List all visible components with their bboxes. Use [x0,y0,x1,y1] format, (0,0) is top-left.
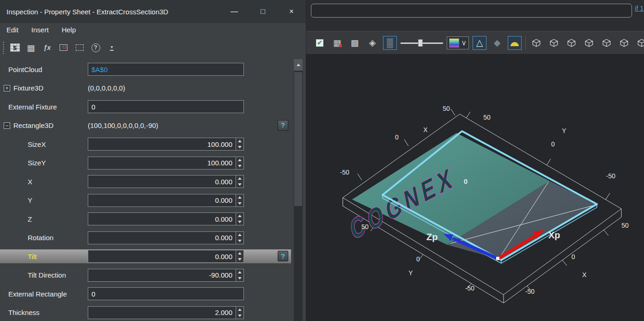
window-titlebar[interactable]: Inspection - Property Sheet - ExtractCro… [0,0,306,23]
tilt-edit-button[interactable]: ? [278,251,288,261]
z-stepper[interactable] [236,213,243,225]
spinner-down-icon[interactable] [236,163,243,169]
property-row-sizex: SizeX 100.000 [0,137,291,151]
grid-results-button[interactable]: ▦ [330,36,344,50]
spinner-up-icon[interactable] [236,232,243,238]
pointcloud-input[interactable]: $A$0 [88,63,244,76]
spinner-down-icon[interactable] [236,182,243,188]
spreadsheet-dollar-button[interactable]: $ [9,42,21,54]
slider-thumb[interactable] [418,39,423,47]
property-label: X [28,178,32,186]
view-cube-6-button[interactable] [617,36,631,50]
snap-grid-button[interactable]: ▩ [348,36,362,50]
z-input[interactable]: 0.000 [88,212,244,225]
spinner-down-icon[interactable] [236,238,243,244]
property-row-fixture3d: + Fixture3D (0,0,0,0,0,0) [0,81,291,95]
table-view-button[interactable]: ▦ [25,42,37,54]
menu-help[interactable]: Help [61,26,76,34]
view-cube-3-button[interactable] [565,36,578,50]
maximize-button[interactable]: □ [249,0,277,23]
surface-view-button[interactable]: ◆ [490,36,504,50]
toolbar-overflow-button[interactable]: ▾ [106,42,118,54]
view-cube-2-button[interactable] [547,36,561,50]
tick-label: -50 [525,288,535,295]
property-sheet-window: Inspection - Property Sheet - ExtractCro… [0,0,306,321]
tilt-input[interactable]: 0.000 [88,250,244,263]
sizey-input[interactable]: 100.000 [88,157,244,170]
tilt-direction-stepper[interactable] [236,269,243,281]
sizex-stepper[interactable] [236,138,243,150]
menu-edit[interactable]: Edit [6,26,18,34]
cube-icon [602,38,611,48]
tick-label: 50 [483,114,491,121]
view-cube-7-button[interactable] [635,36,644,50]
spinner-up-icon[interactable] [236,269,243,275]
property-row-external-fixture: External Fixture 0 [0,100,291,114]
y-input[interactable]: 0.000 [88,194,244,207]
rotation-input[interactable]: 0.000 [88,231,244,244]
render-3d-button[interactable]: ◈ [365,36,379,50]
scroll-up-button[interactable] [294,59,303,71]
function-button[interactable]: ƒx [41,42,53,54]
spinner-up-icon[interactable] [236,213,243,219]
expand-icon[interactable]: + [4,85,10,91]
cube-icon [620,38,629,48]
sizey-stepper[interactable] [236,157,243,169]
point-size-slider[interactable] [401,37,443,48]
rectangle3d-value: (100,100,0,0,0,0,0,-90) [88,121,158,129]
app-screen: Inspection - Property Sheet - ExtractCro… [0,0,644,321]
tilt-direction-input[interactable]: -90.000 [88,269,244,282]
spinner-down-icon[interactable] [236,313,243,319]
collapse-icon[interactable]: − [4,122,10,129]
rotation-stepper[interactable] [236,232,243,244]
property-row-rotation: Rotation 0.000 [0,231,291,245]
spinner-up-icon[interactable] [236,250,243,256]
y-stepper[interactable] [236,194,243,206]
property-label: External Fixture [8,103,57,111]
x-stepper[interactable] [236,176,243,188]
view-cube-1-button[interactable] [529,36,543,50]
tick-label: 50 [361,223,369,230]
spinner-down-icon[interactable] [236,219,243,225]
wireframe-view-button[interactable]: △ [473,36,486,50]
spinner-up-icon[interactable] [236,307,243,313]
viewport-3d[interactable]: COGNEX Xp Zp 0 [306,55,644,321]
spinner-up-icon[interactable] [236,176,243,182]
tilt-stepper[interactable] [236,250,243,262]
scrollbar-thumb[interactable] [294,72,302,206]
spinner-down-icon[interactable] [236,256,243,262]
minimize-button[interactable]: — [220,0,249,23]
overflow-expression-link[interactable]: if 1 [635,5,644,12]
vertical-scrollbar[interactable] [294,59,303,321]
property-row-tilt-selected[interactable]: Tilt 0.000 ? [0,249,291,263]
x-input[interactable]: 0.000 [88,175,244,188]
spinner-up-icon[interactable] [236,138,243,144]
dome-view-button[interactable] [508,36,522,50]
spinner-down-icon[interactable] [236,144,243,150]
close-button[interactable]: × [277,0,306,23]
show-graphics-button[interactable]: ✔ [313,36,327,50]
external-rectangle-input[interactable]: 0 [88,287,244,300]
help-button[interactable]: ? [90,42,102,54]
view-cube-5-button[interactable] [600,36,614,50]
cell-reference-button[interactable] [57,42,69,54]
spinner-up-icon[interactable] [236,194,243,200]
rectangle3d-edit-button[interactable]: ? [278,120,288,131]
selection-grid-button[interactable] [73,42,85,54]
expression-input[interactable] [311,4,632,18]
thickness-stepper[interactable] [236,307,243,319]
menu-insert[interactable]: Insert [31,26,49,34]
dollar-glyph: $ [11,44,19,51]
property-label: PointCloud [8,66,42,73]
colormap-dropdown-button[interactable]: ∨ [447,36,469,49]
external-fixture-input[interactable]: 0 [88,100,244,113]
selection-grid-icon [76,44,84,51]
thickness-input[interactable]: 2.000 [88,306,244,319]
sizex-input[interactable]: 100.000 [88,138,244,151]
point-display-button[interactable]: ▒ [383,36,397,50]
spinner-down-icon[interactable] [236,200,243,206]
spinner-down-icon[interactable] [236,275,243,281]
toolbar-drag-handle [2,41,5,54]
spinner-up-icon[interactable] [236,157,243,163]
view-cube-4-button[interactable] [582,36,596,50]
